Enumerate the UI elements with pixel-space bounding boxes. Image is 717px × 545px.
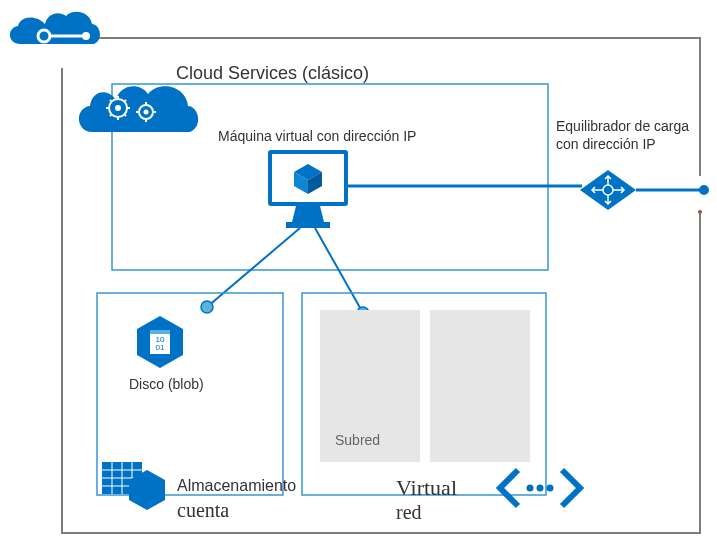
svg-point-46 xyxy=(537,485,544,492)
diagram-stage: 10 01 Cloud Services (clásico) Máquina v… xyxy=(0,0,717,545)
svg-point-5 xyxy=(115,105,121,111)
svg-line-10 xyxy=(110,100,112,102)
storage-label-line2: cuenta xyxy=(177,498,229,523)
connector-vm-to-disk xyxy=(207,228,300,307)
svg-text:01: 01 xyxy=(156,343,165,352)
disk-blob-icon: 10 01 xyxy=(137,316,183,368)
vm-label: Máquina virtual con dirección IP xyxy=(218,128,416,146)
svg-point-2 xyxy=(82,32,90,40)
disk-label: Disco (blob) xyxy=(129,376,204,394)
subnet-rect-2 xyxy=(430,310,530,462)
load-balancer-icon xyxy=(580,170,636,210)
svg-point-47 xyxy=(547,485,554,492)
svg-line-13 xyxy=(124,100,126,102)
storage-label-line1: Almacenamiento xyxy=(177,476,296,496)
endpoint-dot-disk xyxy=(201,301,213,313)
vnet-label-line2: red xyxy=(396,500,422,525)
svg-point-15 xyxy=(144,110,149,115)
frame-gap-dot xyxy=(698,210,702,214)
vnet-label-line1: Virtual xyxy=(396,474,457,502)
lb-label-line2: con dirección IP xyxy=(556,136,656,154)
subnet-label: Subred xyxy=(335,432,380,450)
svg-rect-22 xyxy=(286,222,330,228)
svg-line-12 xyxy=(110,114,112,116)
vnet-icon xyxy=(500,470,580,506)
vm-monitor-icon xyxy=(268,150,348,228)
svg-point-45 xyxy=(527,485,534,492)
cloud-services-title: Cloud Services (clásico) xyxy=(176,62,369,85)
endpoint-dot-right xyxy=(699,185,709,195)
gears-cloud-icon xyxy=(79,86,198,132)
svg-line-11 xyxy=(124,114,126,116)
lb-label-line1: Equilibrador de carga xyxy=(556,118,689,136)
azure-cloud-icon xyxy=(10,12,100,44)
